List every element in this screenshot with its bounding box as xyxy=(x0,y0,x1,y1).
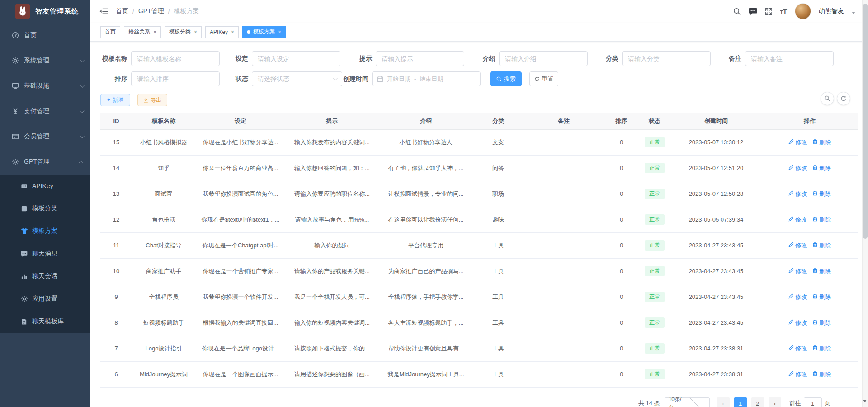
edit-link[interactable]: 修改 xyxy=(788,138,807,147)
cell-text: 0 xyxy=(620,165,623,171)
sidebar-menu-item[interactable]: 会员管理 xyxy=(0,124,90,149)
delete-link[interactable]: 删除 xyxy=(812,293,831,301)
delete-link[interactable]: 删除 xyxy=(812,319,831,327)
sidebar-menu-item[interactable]: 支付管理 xyxy=(0,99,90,124)
sidebar-submenu-item[interactable]: 模板分类 xyxy=(0,197,90,220)
tab-item[interactable]: APIKey× xyxy=(205,26,239,38)
user-menu-caret-icon[interactable] xyxy=(852,12,855,14)
edit-link[interactable]: 修改 xyxy=(788,164,807,172)
export-button[interactable]: 导出 xyxy=(137,94,167,106)
delete-link[interactable]: 删除 xyxy=(812,241,831,250)
close-icon[interactable]: × xyxy=(231,29,234,35)
scrollbar-thumb[interactable] xyxy=(863,4,868,239)
scroll-down-arrow-icon[interactable] xyxy=(863,400,867,402)
filter-input[interactable] xyxy=(131,51,220,66)
sidebar-submenu-item[interactable]: APIKey xyxy=(0,175,90,197)
page-button[interactable]: 2 xyxy=(751,397,764,407)
edit-link[interactable]: 修改 xyxy=(788,370,807,379)
export-button-label: 导出 xyxy=(151,96,161,104)
prev-page-button[interactable]: ‹ xyxy=(717,397,730,407)
edit-link[interactable]: 修改 xyxy=(788,293,807,301)
tab-item[interactable]: 粉丝关系× xyxy=(124,26,161,38)
close-icon[interactable]: × xyxy=(194,29,197,35)
tab-item[interactable]: 首页 xyxy=(100,26,120,38)
next-page-button[interactable]: › xyxy=(769,397,781,407)
cell-text: 你现在是$text0中的$text1，... xyxy=(202,216,280,223)
sidebar-menu: 首页系统管理基础设施支付管理会员管理GPT管理APIKey模板分类模板方案聊天消… xyxy=(0,23,90,333)
breadcrumb-item[interactable]: 首页 xyxy=(116,7,128,15)
cell-actions: 修改删除 xyxy=(761,181,858,207)
delete-link[interactable]: 删除 xyxy=(812,216,831,224)
cell-remark xyxy=(523,284,604,310)
delete-link[interactable]: 删除 xyxy=(812,370,831,379)
status-select[interactable]: 请选择状态 xyxy=(252,71,342,86)
sidebar-menu-item[interactable]: GPT管理 xyxy=(0,149,90,175)
edit-link[interactable]: 修改 xyxy=(788,345,807,353)
delete-link-label: 删除 xyxy=(819,164,831,172)
cell-status: 正常 xyxy=(638,232,671,258)
tab-active[interactable]: 模板方案× xyxy=(242,26,286,38)
status-badge: 正常 xyxy=(645,214,665,225)
sidebar-submenu-item[interactable]: 聊天会话 xyxy=(0,265,90,288)
close-icon[interactable]: × xyxy=(278,29,281,35)
page-button[interactable]: 1 xyxy=(734,397,747,407)
filter-input[interactable] xyxy=(252,51,340,66)
breadcrumb-item[interactable]: GPT管理 xyxy=(138,7,164,15)
cell-text: 工具 xyxy=(492,319,504,326)
filter-input[interactable] xyxy=(622,51,711,66)
sidebar-menu-item[interactable]: 系统管理 xyxy=(0,48,90,73)
edit-link[interactable]: 修改 xyxy=(788,267,807,275)
message-icon[interactable] xyxy=(749,8,757,15)
cell-text: 你是一位年薪百万的商业高... xyxy=(203,165,278,171)
cell-category: 职场 xyxy=(473,181,523,207)
table-row: 15小红书风格模拟器你现在是小红书好物分享达...输入你想发布的内容关键词...… xyxy=(100,129,858,155)
sidebar-submenu-item[interactable]: 模板方案 xyxy=(0,220,90,242)
sort-input[interactable] xyxy=(131,71,220,86)
delete-link[interactable]: 删除 xyxy=(812,345,831,353)
add-button[interactable]: + 新增 xyxy=(100,94,130,106)
page-size-select[interactable]: 10条/页 xyxy=(665,397,710,407)
refresh-table-icon[interactable] xyxy=(837,92,850,105)
filter-input[interactable] xyxy=(745,51,834,66)
sidebar-submenu: APIKey模板分类模板方案聊天消息聊天会话应用设置聊天模板库 xyxy=(0,175,90,333)
delete-link[interactable]: 删除 xyxy=(812,138,831,147)
scrollbar-track[interactable] xyxy=(862,0,868,407)
cell-text: 我希望你扮演面试官的角色... xyxy=(203,190,278,197)
trash-icon xyxy=(812,371,818,378)
search-button[interactable]: 搜索 xyxy=(490,71,522,86)
cell-status: 正常 xyxy=(638,310,671,336)
sidebar-submenu-item[interactable]: 聊天模板库 xyxy=(0,310,90,333)
date-range-picker[interactable]: 开始日期 - 结束日期 xyxy=(372,71,481,86)
delete-link[interactable]: 删除 xyxy=(812,190,831,198)
edit-link[interactable]: 修改 xyxy=(788,319,807,327)
delete-link[interactable]: 删除 xyxy=(812,164,831,172)
sidebar-menu-item[interactable]: 基础设施 xyxy=(0,73,90,99)
cell-text: 你现在是一个Chatgpt api对... xyxy=(203,242,278,249)
reset-button[interactable]: 重置 xyxy=(529,71,558,86)
hamburger-collapse-icon[interactable] xyxy=(99,7,108,16)
tab-item[interactable]: 模板分类× xyxy=(165,26,202,38)
sidebar-menu-item[interactable]: 首页 xyxy=(0,23,90,48)
sidebar-submenu-item[interactable]: 应用设置 xyxy=(0,288,90,310)
start-date-placeholder: 开始日期 xyxy=(387,75,410,83)
toggle-search-icon[interactable] xyxy=(821,92,834,105)
close-icon[interactable]: × xyxy=(153,29,156,35)
cell-name: 小红书风格模拟器 xyxy=(132,129,195,155)
user-name[interactable]: 萌熊智友 xyxy=(819,7,844,15)
sidebar-submenu-item[interactable]: 聊天消息 xyxy=(0,242,90,265)
edit-link[interactable]: 修改 xyxy=(788,216,807,224)
goto-page-input[interactable] xyxy=(804,397,822,407)
filter-input[interactable] xyxy=(376,51,464,66)
cell-text: 10 xyxy=(113,268,119,274)
cell-sort: 0 xyxy=(604,155,638,181)
filter-input[interactable] xyxy=(499,51,588,66)
user-avatar[interactable] xyxy=(795,3,811,19)
cell-text: 11 xyxy=(113,242,119,249)
fullscreen-icon[interactable] xyxy=(765,8,773,15)
edit-link[interactable]: 修改 xyxy=(788,241,807,250)
search-icon[interactable] xyxy=(733,8,741,15)
status-badge: 正常 xyxy=(645,163,665,173)
font-size-icon[interactable]: TT xyxy=(780,8,787,15)
edit-link[interactable]: 修改 xyxy=(788,190,807,198)
delete-link[interactable]: 删除 xyxy=(812,267,831,275)
